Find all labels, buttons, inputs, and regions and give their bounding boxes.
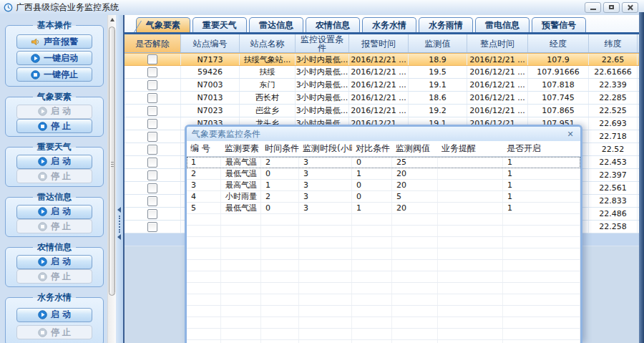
dialog-cell [299,271,352,282]
tab-2[interactable]: 雷达信息 [249,17,303,32]
stop-button[interactable]: 停 止 [16,269,92,284]
dialog-table-row[interactable]: 3最高气温130201 [187,180,580,191]
cell-station_name: 扶绥气象站... [240,54,296,65]
dialog-column-header[interactable]: 编 号 [187,142,221,155]
column-header[interactable]: 是否解除 [125,34,181,52]
stop-button[interactable]: 停 止 [16,169,92,183]
column-header[interactable]: 监控设置条件 [296,34,349,52]
tab-1[interactable]: 重要天气 [192,17,247,32]
dialog-title-bar[interactable]: 气象要素监控条件 ✕ [187,127,580,141]
cell-value: 19.2 [409,105,467,117]
stop-icon [38,172,47,181]
dialog-cell [299,329,352,339]
dialog-cell: 3 [299,157,352,168]
dialog-column-header[interactable]: 业务提醒 [438,142,503,155]
restore-button[interactable] [603,2,620,13]
dialog-column-header[interactable]: 对比条件 [352,142,392,155]
group-buttons: 启 动停 止 [6,204,103,234]
tab-6[interactable]: 雷电信息 [475,17,530,32]
dialog-cell [438,294,503,305]
table-row[interactable]: N7013西长村3小时内最低...2016/12/21 ...18.62016/… [125,92,639,105]
row-checkbox[interactable] [147,222,157,232]
table-row[interactable]: N7023岜盆乡3小时内最低...2016/12/21 ...19.22016/… [125,105,639,117]
start-button[interactable]: 启 动 [16,105,92,119]
column-header[interactable]: 纬度 [589,34,638,52]
stop-all-button[interactable]: 一键停止 [16,67,92,82]
row-checkbox[interactable] [147,106,157,116]
dialog-close-button[interactable]: ✕ [565,130,575,139]
start-button[interactable]: 启 动 [16,205,92,219]
dialog-cell [221,237,261,248]
group-title: 水务水情 [33,291,76,304]
cell-station_id: 59426 [181,66,240,78]
row-checkbox[interactable] [147,119,157,129]
dialog-table-row[interactable]: 4小时雨量23051 [187,191,580,203]
row-checkbox[interactable] [147,54,157,64]
row-checkbox[interactable] [147,145,157,155]
row-checkbox[interactable] [147,196,157,206]
column-header[interactable]: 站点名称 [240,34,296,52]
group-title: 气象要素 [33,91,76,103]
dialog-column-header[interactable]: 监测阀值 [392,142,438,155]
dialog-cell [392,271,438,282]
dialog-cell: 1 [503,203,580,213]
row-checkbox[interactable] [147,158,157,168]
dialog-cell: 3 [299,168,352,179]
sidebar-scrollbar[interactable] [107,15,116,343]
start-button[interactable]: 启 动 [16,255,92,269]
tab-7[interactable]: 预警信号 [532,17,586,32]
scroll-up-button[interactable] [109,16,116,24]
cell-hour_time: 2016/12/21 ... [467,92,528,104]
dialog-empty-row [187,340,580,343]
scroll-thumb[interactable] [109,26,115,296]
dialog-cell [187,260,221,271]
column-header[interactable]: 经度 [528,34,589,52]
stop-button[interactable]: 停 止 [16,325,92,339]
stop-button[interactable]: 停 止 [16,219,92,233]
dialog-cell [392,329,438,339]
row-checkbox[interactable] [147,170,157,180]
dialog-column-header[interactable]: 时间条件 [261,142,299,155]
dialog-cell [352,260,392,271]
row-checkbox[interactable] [147,93,157,103]
dialog-table-row[interactable]: 2最低气温031201 [187,168,580,180]
dialog-column-header[interactable]: 是否开启 [503,142,580,155]
tab-3[interactable]: 农情信息 [306,17,360,32]
table-row[interactable]: N7003东门3小时内最低...2016/12/21 ...19.12016/1… [125,79,639,92]
play-icon [38,207,47,216]
dialog-column-header[interactable]: 监测要素 [221,142,261,155]
table-row[interactable]: 59426扶绥3小时内最低...2016/12/21 ...19.52016/1… [125,66,639,79]
start-button[interactable]: 启 动 [16,308,92,322]
cell-checkbox [125,79,181,91]
dialog-cell [503,340,580,343]
cell-station_id: N7013 [181,92,240,104]
row-checkbox[interactable] [147,183,157,193]
row-checkbox[interactable] [147,67,157,77]
close-button[interactable] [622,2,638,13]
dialog-cell [261,226,299,236]
row-checkbox[interactable] [147,80,157,90]
minimize-button[interactable] [585,2,601,13]
sound-alarm-button[interactable]: 声音报警 [16,34,92,49]
tab-4[interactable]: 水务水情 [362,17,416,32]
column-header[interactable]: 报警时间 [349,34,409,52]
dialog-cell [352,329,392,339]
dialog-column-header[interactable]: 监测时段(小时) [299,142,352,155]
sidebar-splitter[interactable] [116,15,123,343]
table-row[interactable]: N7173扶绥气象站...3小时内最低...2016/12/21 ...18.9… [125,53,639,66]
column-header[interactable]: 整点时间 [467,34,528,52]
row-checkbox[interactable] [147,209,157,219]
stop-button[interactable]: 停 止 [16,119,92,133]
dialog-table-row[interactable]: 1最高气温230251 [187,157,580,168]
row-checkbox[interactable] [147,132,157,142]
tab-0[interactable]: 气象要素 [136,17,190,32]
column-header[interactable]: 监测值 [409,34,467,52]
start-all-button[interactable]: 一键启动 [16,51,92,65]
cell-hour_time: 2016/12/21 ... [467,105,528,117]
start-button[interactable]: 启 动 [16,155,92,169]
dialog-cell [187,317,221,328]
cell-latitude: 22.339 [589,79,638,91]
column-header[interactable]: 站点编号 [181,34,240,52]
tab-5[interactable]: 水务雨情 [419,17,473,32]
dialog-table-row[interactable]: 5最低气温031201 [187,203,580,214]
